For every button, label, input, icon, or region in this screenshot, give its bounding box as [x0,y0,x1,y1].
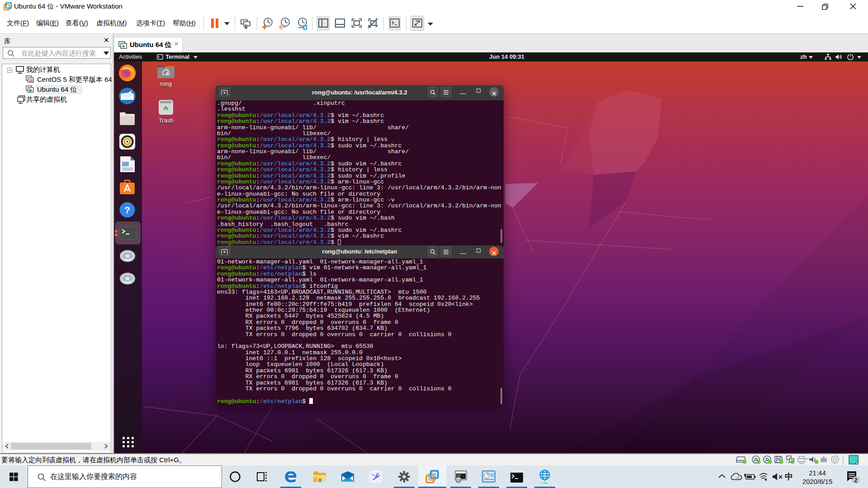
svg-text:2: 2 [854,477,857,483]
svg-text:DVD: DVD [124,258,132,262]
svg-text:?: ? [124,205,130,215]
svg-text:DVD: DVD [124,280,132,284]
